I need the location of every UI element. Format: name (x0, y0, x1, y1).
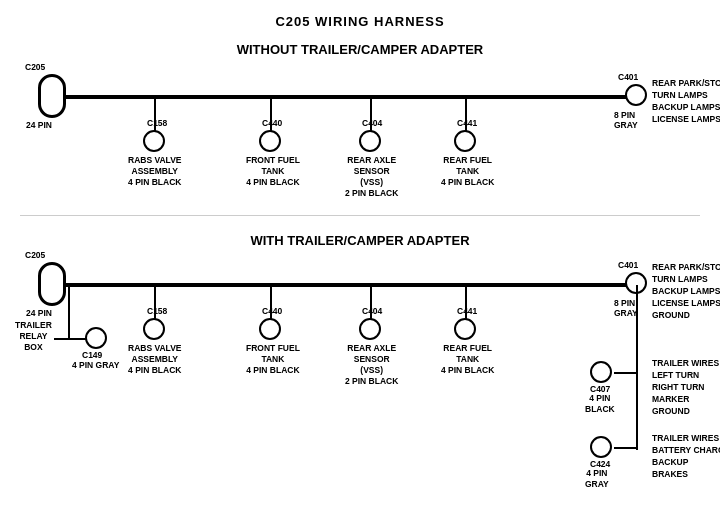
s2-c404 (359, 318, 381, 340)
page-title: C205 WIRING HARNESS (0, 6, 720, 29)
s1-c158 (143, 130, 165, 152)
s1-c205-label: C205 (25, 62, 45, 73)
s2-c158-id: C158 (147, 306, 167, 317)
s2-c205-label: C205 (25, 250, 45, 261)
s1-c441-desc: REAR FUELTANK4 PIN BLACK (441, 155, 494, 188)
s1-c441-id: C441 (457, 118, 477, 129)
s1-c440-id: C440 (262, 118, 282, 129)
s1-24pin-label: 24 PIN (26, 120, 52, 131)
s2-c441 (454, 318, 476, 340)
s2-right-desc: REAR PARK/STOPTURN LAMPSBACKUP LAMPSLICE… (652, 262, 720, 321)
s2-c401-label: C401 (618, 260, 638, 271)
s1-c404 (359, 130, 381, 152)
s2-c158 (143, 318, 165, 340)
s1-c401-label: C401 (618, 72, 638, 83)
s2-c441-id: C441 (457, 306, 477, 317)
s2-relay-hline (54, 338, 89, 340)
s2-c404-desc: REAR AXLESENSOR(VSS)2 PIN BLACK (345, 343, 398, 387)
divider (20, 215, 700, 216)
s1-right-connector (625, 84, 647, 106)
s2-c407-desc: TRAILER WIRESLEFT TURNRIGHT TURNMARKERGR… (652, 358, 719, 417)
s2-c441-desc: REAR FUELTANK4 PIN BLACK (441, 343, 494, 376)
s2-c407-hline (614, 372, 638, 374)
s2-c407 (590, 361, 612, 383)
s2-gray-label: GRAY (614, 308, 638, 319)
s1-c404-desc: REAR AXLESENSOR(VSS)2 PIN BLACK (345, 155, 398, 199)
s2-c440-desc: FRONT FUELTANK4 PIN BLACK (246, 343, 300, 376)
s2-c149-pin: 4 PIN GRAY (72, 360, 119, 371)
s2-right-branch-vline (636, 285, 638, 450)
s1-c158-id: C158 (147, 118, 167, 129)
s1-c440 (259, 130, 281, 152)
s2-c440 (259, 318, 281, 340)
s1-gray-label: GRAY (614, 120, 638, 131)
s2-c424 (590, 436, 612, 458)
s2-c407-pin: 4 PINBLACK (585, 393, 615, 415)
s2-c424-desc: TRAILER WIRESBATTERY CHARGEBACKUPBRAKES (652, 433, 720, 481)
s2-c424-hline (614, 447, 638, 449)
s1-c441 (454, 130, 476, 152)
s1-c158-desc: RABS VALVEASSEMBLY4 PIN BLACK (128, 155, 182, 188)
s2-relay-vline (68, 285, 70, 340)
s1-left-connector (38, 74, 66, 118)
s2-left-connector (38, 262, 66, 306)
section1-hline (52, 95, 636, 99)
s2-relay-label: TRAILERRELAYBOX (15, 320, 52, 353)
s1-c440-desc: FRONT FUELTANK4 PIN BLACK (246, 155, 300, 188)
section2-hline (52, 283, 636, 287)
section1-label: WITHOUT TRAILER/CAMPER ADAPTER (140, 42, 580, 59)
s2-c440-id: C440 (262, 306, 282, 317)
s2-c149 (85, 327, 107, 349)
section2-label: WITH TRAILER/CAMPER ADAPTER (140, 233, 580, 250)
s2-c424-pin: 4 PINGRAY (585, 468, 609, 490)
s2-c158-desc: RABS VALVEASSEMBLY4 PIN BLACK (128, 343, 182, 376)
diagram: C205 WIRING HARNESS WITHOUT TRAILER/CAMP… (0, 0, 720, 500)
s1-c404-id: C404 (362, 118, 382, 129)
s2-c404-id: C404 (362, 306, 382, 317)
s2-24pin-label: 24 PIN (26, 308, 52, 319)
s1-right-desc: REAR PARK/STOPTURN LAMPSBACKUP LAMPSLICE… (652, 78, 720, 126)
